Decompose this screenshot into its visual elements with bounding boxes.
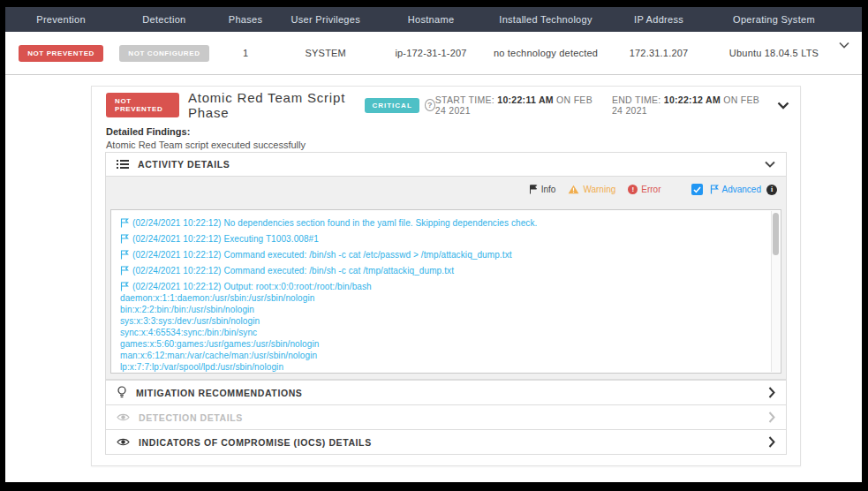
log-text: man:x:6:12:man:/var/cache/man:/usr/sbin/…: [120, 350, 317, 361]
activity-details-section: ACTIVITY DETAILS Info: [105, 152, 787, 380]
chevron-right-icon: [768, 436, 775, 448]
severity-badge: CRITICAL: [365, 98, 419, 113]
log-line: mail:x:8:8:mail:/var/mail:/usr/sbin/nolo…: [120, 373, 763, 374]
table-header: Prevention Detection Phases User Privile…: [5, 7, 862, 32]
column-header-installed-technology: Installed Technology: [490, 14, 601, 25]
accordion-mitigation-recommendations[interactable]: MITIGATION RECOMMENDATIONS: [105, 380, 787, 405]
prevention-status-badge: NOT PREVENTED: [19, 45, 103, 62]
column-header-prevention: Prevention: [5, 14, 117, 25]
lightbulb-icon: [117, 386, 127, 399]
log-legend: Info Warning ! Error: [522, 184, 777, 195]
chevron-right-icon: [768, 412, 775, 423]
advanced-flag-icon: [710, 185, 719, 194]
activity-details-content: Info Warning ! Error: [105, 177, 787, 380]
flag-icon: [120, 266, 129, 276]
log-text: daemon:x:1:1:daemon:/usr/sbin:/usr/sbin/…: [120, 292, 314, 304]
bottom-accordions: MITIGATION RECOMMENDATIONS DETECTION DET…: [105, 380, 787, 455]
error-legend: ! Error: [628, 185, 660, 194]
column-header-detection: Detection: [117, 14, 212, 25]
accordion-iocs-details[interactable]: INDICATORS OF COMPROMISE (IOCS) DETAILS: [105, 429, 787, 455]
column-header-hostname: Hostname: [372, 14, 490, 25]
column-header-phases: Phases: [212, 14, 280, 25]
phases-value: 1: [212, 48, 280, 58]
info-legend: Info: [529, 185, 556, 194]
log-line: man:x:6:12:man:/var/cache/man:/usr/sbin/…: [120, 350, 763, 361]
log-text: lp:x:7:7:lp:/var/spool/lpd:/usr/sbin/nol…: [120, 361, 283, 373]
log-text: (02/24/2021 10:22:12) No dependencies se…: [132, 217, 537, 229]
log-line: (02/24/2021 10:22:12) Executing T1003.00…: [120, 233, 763, 245]
column-header-user-privileges: User Privileges: [279, 14, 372, 25]
detection-status-badge: NOT CONFIGURED: [119, 45, 208, 62]
phase-header: NOT PREVENTED Atomic Red Team Script Pha…: [106, 94, 789, 116]
log-text: (02/24/2021 10:22:12) Command executed: …: [132, 249, 512, 261]
flag-icon: [120, 234, 129, 244]
flag-icon: [529, 185, 538, 194]
activity-details-title: ACTIVITY DETAILS: [138, 159, 230, 170]
phase-times: START TIME: 10:22:11 AM ON FEB 24 2021 E…: [435, 94, 765, 116]
end-time: END TIME: 10:22:12 AM ON FEB 24 2021: [612, 94, 765, 116]
log-lines: (02/24/2021 10:22:12) No dependencies se…: [120, 217, 763, 374]
log-line: daemon:x:1:1:daemon:/usr/sbin:/usr/sbin/…: [120, 292, 763, 304]
table-row[interactable]: NOT PREVENTED NOT CONFIGURED 1 SYSTEM ip…: [5, 32, 862, 75]
log-line: (02/24/2021 10:22:12) Command executed: …: [120, 265, 763, 276]
log-text: sync:x:4:65534:sync:/bin:/bin/sync: [120, 327, 257, 338]
flag-icon: [120, 218, 129, 228]
accordion-detection-details: DETECTION DETAILS: [105, 404, 787, 430]
log-line: (02/24/2021 10:22:12) Output: root:x:0:0…: [120, 281, 763, 292]
log-line: games:x:5:60:games:/usr/games:/usr/sbin/…: [120, 338, 763, 350]
log-line: sys:x:3:3:sys:/dev:/usr/sbin/nologin: [120, 315, 763, 327]
hostname-value: ip-172-31-1-207: [372, 48, 490, 58]
detailed-findings-text: Atomic Red Team script executed successf…: [106, 139, 306, 152]
info-circle-icon[interactable]: i: [766, 185, 777, 195]
log-line: sync:x:4:65534:sync:/bin:/bin/sync: [120, 327, 763, 338]
user-privileges-value: SYSTEM: [279, 48, 372, 58]
chevron-right-icon: [768, 387, 775, 398]
log-output-box[interactable]: (02/24/2021 10:22:12) No dependencies se…: [110, 209, 781, 374]
eye-icon: [117, 437, 130, 447]
detailed-findings: Detailed Findings: Atomic Red Team scrip…: [106, 125, 306, 152]
log-line: bin:x:2:2:bin:/bin:/usr/sbin/nologin: [120, 304, 763, 315]
log-text: sys:x:3:3:sys:/dev:/usr/sbin/nologin: [120, 315, 260, 327]
log-text: (02/24/2021 10:22:12) Command executed: …: [132, 265, 454, 276]
advanced-toggle[interactable]: Advanced: [691, 184, 761, 195]
scrollbar-thumb[interactable]: [773, 213, 779, 255]
list-icon: [117, 159, 129, 170]
flag-icon: [120, 250, 129, 260]
log-text: (02/24/2021 10:22:12) Output: root:x:0:0…: [132, 281, 372, 292]
phase-detail-card: NOT PREVENTED Atomic Red Team Script Pha…: [91, 86, 801, 466]
log-text: bin:x:2:2:bin:/bin:/usr/sbin/nologin: [120, 304, 254, 315]
column-header-operating-system: Operating System: [716, 14, 862, 25]
activity-details-header[interactable]: ACTIVITY DETAILS: [105, 152, 787, 177]
log-line: (02/24/2021 10:22:12) No dependencies se…: [120, 217, 763, 229]
installed-technology-value: no technology detected: [490, 48, 601, 58]
collapse-phase-chevron-icon[interactable]: [777, 102, 789, 110]
flag-icon: [120, 282, 129, 291]
detailed-findings-label: Detailed Findings:: [106, 125, 306, 139]
log-scrollbar[interactable]: [771, 211, 780, 372]
column-header-ip-address: IP Address: [601, 14, 716, 25]
warning-triangle-icon: [568, 185, 579, 194]
chevron-down-icon[interactable]: [839, 36, 849, 52]
start-time: START TIME: 10:22:11 AM ON FEB 24 2021: [435, 94, 596, 116]
warning-legend: Warning: [568, 185, 615, 194]
phase-title: Atomic Red Team Script Phase: [188, 90, 357, 120]
log-line: (02/24/2021 10:22:12) Command executed: …: [120, 249, 763, 261]
log-text: (02/24/2021 10:22:12) Executing T1003.00…: [132, 233, 319, 245]
log-line: lp:x:7:7:lp:/var/spool/lpd:/usr/sbin/nol…: [120, 361, 763, 373]
advanced-checkbox[interactable]: [691, 184, 703, 195]
app-page: Prevention Detection Phases User Privile…: [5, 7, 862, 482]
ip-address-value: 172.31.1.207: [601, 48, 716, 58]
phase-status-badge: NOT PREVENTED: [106, 93, 179, 117]
help-icon[interactable]: ?: [425, 99, 435, 111]
chevron-down-icon: [765, 161, 775, 168]
log-text: games:x:5:60:games:/usr/games:/usr/sbin/…: [120, 338, 319, 350]
log-text: mail:x:8:8:mail:/var/mail:/usr/sbin/nolo…: [120, 373, 283, 374]
eye-icon: [117, 412, 130, 422]
error-circle-icon: !: [628, 185, 638, 194]
